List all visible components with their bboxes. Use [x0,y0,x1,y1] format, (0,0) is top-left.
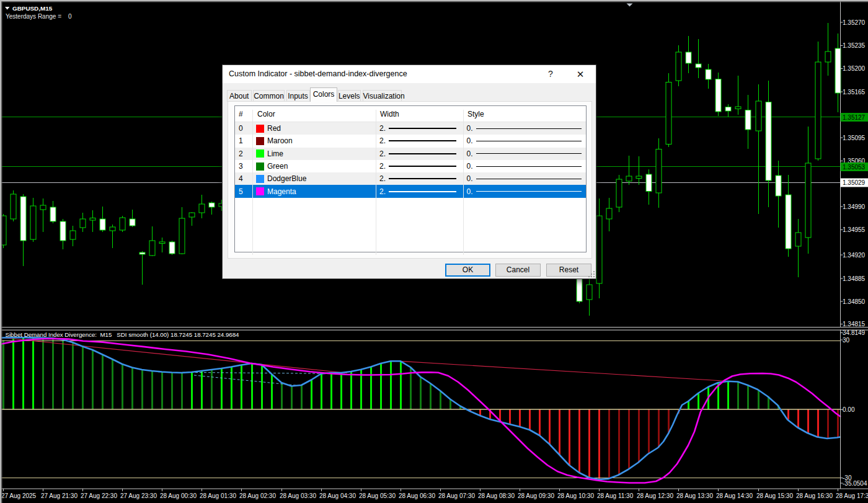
svg-text:28 Aug 13:30: 28 Aug 13:30 [676,492,713,499]
svg-text:28 Aug 14:30: 28 Aug 14:30 [716,492,753,499]
svg-text:Sibbet Demand Index Divergence: Sibbet Demand Index Divergence: M15 SDI … [6,331,240,338]
svg-text:1.35235: 1.35235 [843,42,866,49]
svg-text:27 Aug 23:30: 27 Aug 23:30 [120,492,157,499]
svg-text:28 Aug 00:30: 28 Aug 00:30 [160,492,197,499]
svg-text:28 Aug 01:30: 28 Aug 01:30 [200,492,236,499]
svg-text:1.34955: 1.34955 [843,226,866,233]
svg-text:1.35165: 1.35165 [843,89,866,96]
svg-text:1.34920: 1.34920 [843,252,866,259]
svg-text:28 Aug 17:30: 28 Aug 17:30 [836,492,868,499]
svg-text:27 Aug 2025: 27 Aug 2025 [1,492,37,499]
svg-text:28 Aug 02:30: 28 Aug 02:30 [239,492,276,499]
svg-text:GBPUSD,M15: GBPUSD,M15 [12,5,53,12]
svg-text:1.35127: 1.35127 [843,114,866,121]
svg-text:27 Aug 22:30: 27 Aug 22:30 [81,492,117,499]
svg-text:1.34850: 1.34850 [843,298,866,305]
svg-text:28 Aug 15:30: 28 Aug 15:30 [756,492,793,499]
svg-text:34.8149: 34.8149 [843,329,866,336]
svg-text:28 Aug 05:30: 28 Aug 05:30 [359,492,396,499]
svg-text:30: 30 [843,337,850,344]
svg-text:28 Aug 16:30: 28 Aug 16:30 [796,492,833,499]
svg-text:28 Aug 12:30: 28 Aug 12:30 [637,492,673,499]
svg-text:1.34990: 1.34990 [843,203,866,210]
svg-text:-35.0504: -35.0504 [843,480,867,487]
svg-text:Yesterdays Range = 0: Yesterdays Range = 0 [6,13,72,20]
svg-text:27 Aug 21:30: 27 Aug 21:30 [41,492,78,499]
svg-text:28 Aug 04:30: 28 Aug 04:30 [319,492,356,499]
svg-text:1.35053: 1.35053 [843,164,866,171]
svg-text:1.35270: 1.35270 [843,19,866,26]
svg-text:0.00: 0.00 [843,406,855,413]
svg-text:1.35095: 1.35095 [843,135,866,141]
svg-text:1.35200: 1.35200 [843,65,866,72]
svg-text:28 Aug 10:30: 28 Aug 10:30 [557,492,594,499]
svg-text:28 Aug 08:30: 28 Aug 08:30 [478,492,515,499]
svg-text:1.34885: 1.34885 [843,275,866,282]
svg-text:28 Aug 09:30: 28 Aug 09:30 [518,492,554,499]
svg-text:28 Aug 11:30: 28 Aug 11:30 [597,492,634,499]
svg-text:1.34815: 1.34815 [843,321,866,327]
svg-text:28 Aug 06:30: 28 Aug 06:30 [399,492,435,499]
svg-text:1.35029: 1.35029 [843,179,866,186]
svg-text:28 Aug 07:30: 28 Aug 07:30 [438,492,475,499]
svg-text:28 Aug 03:30: 28 Aug 03:30 [280,492,316,499]
